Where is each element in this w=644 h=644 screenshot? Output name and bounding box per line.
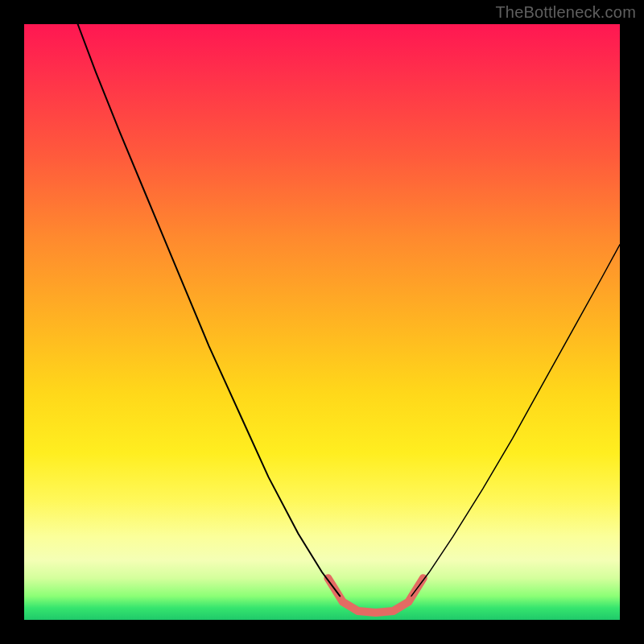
- watermark-text: TheBottleneck.com: [495, 3, 636, 22]
- right-curve-path: [411, 245, 620, 597]
- valley-highlight-path: [328, 578, 423, 613]
- chart-frame: TheBottleneck.com: [0, 0, 644, 644]
- curve-overlay: [24, 24, 620, 620]
- plot-area: [24, 24, 620, 620]
- left-curve-path: [78, 24, 341, 596]
